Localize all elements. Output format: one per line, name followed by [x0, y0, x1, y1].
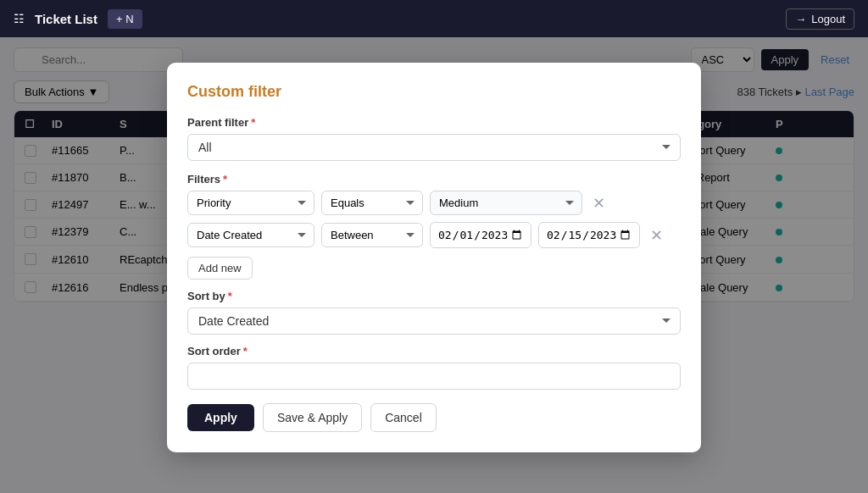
nav-title: Ticket List	[35, 12, 97, 26]
parent-filter-label: Parent filter *	[187, 116, 681, 129]
filter-date-to[interactable]	[538, 222, 640, 248]
new-ticket-button[interactable]: + N	[108, 9, 142, 29]
modal-actions: Apply Save & Apply Cancel	[187, 403, 681, 432]
remove-filter-button-2[interactable]: ✕	[647, 228, 666, 243]
sort-order-input[interactable]	[187, 363, 681, 390]
modal-title: Custom filter	[187, 83, 681, 101]
ticket-list-icon: ☷	[14, 12, 25, 25]
modal-overlay: Custom filter Parent filter * All None O…	[0, 37, 868, 493]
sort-order-label: Sort order *	[187, 345, 681, 357]
logout-label: Logout	[811, 13, 845, 25]
filters-label: Filters *	[187, 173, 681, 186]
parent-filter-select[interactable]: All None Open Closed	[187, 134, 681, 161]
filter-operator-select-1[interactable]: Equals Not Equals Contains	[321, 191, 423, 215]
filter-row-priority: Priority Status Date Created Assignee Eq…	[187, 191, 681, 215]
sort-by-select[interactable]: Date Created Priority Status ID	[187, 307, 681, 335]
filter-field-select-1[interactable]: Priority Status Date Created Assignee	[187, 191, 314, 215]
filter-date-from[interactable]	[430, 222, 531, 248]
main-content: 🔍 ASC DESC Apply Reset Bulk Actions ▼ 83…	[0, 37, 868, 493]
required-star-order: *	[243, 345, 248, 357]
filter-row-date-created: Priority Status Date Created Assignee Eq…	[187, 222, 681, 248]
custom-filter-modal: Custom filter Parent filter * All None O…	[167, 63, 701, 452]
logout-icon: →	[795, 13, 806, 25]
parent-filter-section: Parent filter * All None Open Closed	[187, 116, 681, 173]
logout-button[interactable]: → Logout	[786, 8, 854, 30]
required-star-filters: *	[223, 173, 227, 186]
filters-section: Filters * Priority Status Date Created A…	[187, 173, 681, 280]
required-star-sort: *	[228, 290, 232, 302]
filter-operator-select-2[interactable]: Equals Between Before After	[321, 223, 423, 247]
save-apply-button-modal[interactable]: Save & Apply	[263, 403, 362, 432]
filter-value-select-1[interactable]: Low Medium High Urgent	[430, 191, 582, 215]
sort-order-section: Sort order *	[187, 345, 681, 390]
nav-left: ☷ Ticket List + N	[14, 9, 142, 29]
add-new-filter-button[interactable]: Add new	[187, 257, 253, 280]
sort-by-label: Sort by *	[187, 290, 681, 302]
sort-by-section: Sort by * Date Created Priority Status I…	[187, 290, 681, 335]
filter-field-select-2[interactable]: Priority Status Date Created Assignee	[187, 223, 314, 247]
remove-filter-button-1[interactable]: ✕	[589, 196, 609, 211]
required-star: *	[251, 116, 255, 129]
cancel-button-modal[interactable]: Cancel	[370, 403, 437, 432]
apply-button-modal[interactable]: Apply	[187, 404, 254, 431]
top-nav: ☷ Ticket List + N → Logout	[0, 0, 868, 37]
